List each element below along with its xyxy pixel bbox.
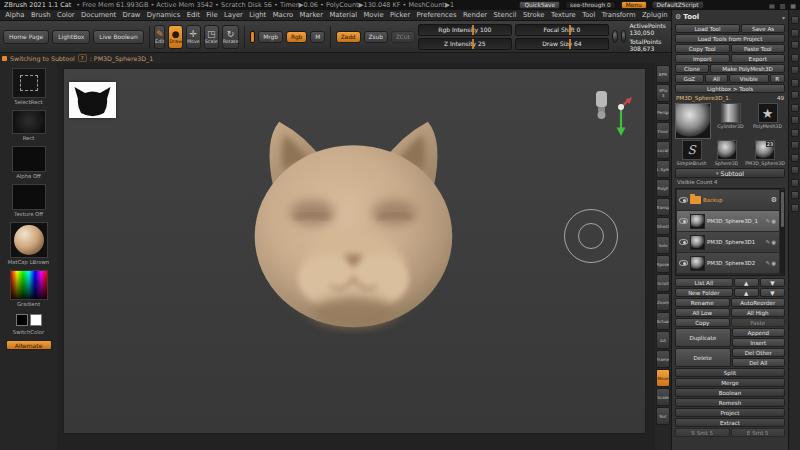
menu-button[interactable]: Menu bbox=[621, 1, 647, 9]
right-shelf-button[interactable]: Local bbox=[656, 141, 670, 159]
right-shelf-button[interactable]: Persp bbox=[656, 103, 670, 121]
goz-visible-button[interactable]: Visible bbox=[729, 74, 768, 83]
switch-color-button[interactable] bbox=[10, 312, 48, 328]
visibility-eye-icon[interactable] bbox=[679, 260, 688, 266]
dock-palette-icon[interactable] bbox=[791, 204, 799, 212]
current-alpha-thumbnail[interactable] bbox=[12, 146, 46, 172]
all-low-button[interactable]: All Low bbox=[675, 308, 730, 317]
current-tool-thumbnail[interactable] bbox=[675, 103, 711, 139]
rgb-button[interactable]: Rgb bbox=[286, 31, 307, 43]
clone-button[interactable]: Clone bbox=[675, 64, 709, 73]
main-color-swatch[interactable] bbox=[16, 314, 28, 326]
right-shelf-button[interactable]: Ghost bbox=[656, 217, 670, 235]
rgb-intensity-slider[interactable]: Rgb Intensity 100 bbox=[418, 24, 512, 36]
camera-gizmo[interactable] bbox=[591, 89, 633, 139]
import-button[interactable]: Import bbox=[675, 54, 730, 63]
lightbox-button[interactable]: LightBox bbox=[52, 30, 90, 44]
sphere3d-tool-thumbnail[interactable] bbox=[717, 140, 737, 160]
visibility-eye-icon[interactable] bbox=[679, 239, 688, 245]
polymesh3d-tool-thumbnail[interactable]: ★ bbox=[758, 103, 778, 123]
alternate-button[interactable]: Alternate bbox=[6, 340, 52, 350]
dock-palette-icon[interactable] bbox=[791, 66, 799, 74]
project-section[interactable]: Project bbox=[675, 408, 785, 417]
tool-palette-header[interactable]: ⚙ Tool ▾ bbox=[675, 12, 785, 22]
current-texture-thumbnail[interactable] bbox=[12, 184, 46, 210]
goz-r-button[interactable]: R bbox=[770, 74, 785, 83]
dock-palette-icon[interactable] bbox=[791, 129, 799, 137]
right-shelf-button[interactable]: L.Sym bbox=[656, 160, 670, 178]
tray-handle[interactable] bbox=[2, 56, 7, 61]
right-shelf-button[interactable]: PolyF bbox=[656, 179, 670, 197]
palette-collapse-icon[interactable]: ▾ bbox=[782, 14, 785, 21]
delete-button[interactable]: Delete bbox=[675, 348, 731, 367]
remesh-section[interactable]: Remesh bbox=[675, 398, 785, 407]
right-shelf-button[interactable]: Frame bbox=[656, 350, 670, 368]
menu-item[interactable]: Transform bbox=[599, 10, 639, 20]
secondary-color-swatch[interactable] bbox=[30, 314, 42, 326]
canvas-area[interactable] bbox=[57, 63, 655, 450]
subtool-paint-icons[interactable]: ✎◉ bbox=[766, 239, 777, 245]
color-picker[interactable] bbox=[10, 270, 48, 300]
menu-item[interactable]: Preferences bbox=[413, 10, 459, 20]
visibility-eye-icon[interactable] bbox=[679, 197, 688, 203]
export-button[interactable]: Export bbox=[731, 54, 786, 63]
menu-item[interactable]: Marker bbox=[296, 10, 326, 20]
paste-subtool-button[interactable]: Paste bbox=[731, 318, 786, 327]
menu-item[interactable]: Document bbox=[78, 10, 120, 20]
copy-subtool-button[interactable]: Copy bbox=[675, 318, 730, 327]
paste-tool-button[interactable]: Paste Tool bbox=[731, 44, 786, 53]
load-tool-button[interactable]: Load Tool bbox=[675, 24, 740, 33]
lightbox-tools-button[interactable]: Lightbox > Tools bbox=[675, 84, 785, 93]
boolean-section[interactable]: Boolean bbox=[675, 388, 785, 397]
home-page-button[interactable]: Home Page bbox=[3, 30, 49, 44]
extract-section[interactable]: Extract bbox=[675, 418, 785, 427]
right-shelf-button[interactable]: Zoom bbox=[656, 293, 670, 311]
live-boolean-button[interactable]: Live Boolean bbox=[93, 30, 143, 44]
draw-mode-button[interactable]: ● Draw bbox=[168, 25, 183, 49]
e-smt-slider[interactable]: E Smt 5 bbox=[731, 428, 786, 437]
focal-shift-knob[interactable] bbox=[612, 30, 618, 43]
dock-palette-icon[interactable] bbox=[791, 91, 799, 99]
move-mode-button[interactable]: ✛ Move bbox=[186, 25, 201, 49]
right-shelf-button[interactable]: Xpose bbox=[656, 255, 670, 273]
subtool-section-header[interactable]: ▾ Subtool bbox=[675, 168, 785, 178]
interface-layout-icon[interactable]: ▤ bbox=[769, 2, 775, 9]
dock-palette-icon[interactable] bbox=[791, 104, 799, 112]
zcut-button[interactable]: ZCut bbox=[391, 31, 415, 43]
zadd-button[interactable]: Zadd bbox=[336, 31, 361, 43]
menu-item[interactable]: Draw bbox=[119, 10, 143, 20]
goz-button[interactable]: GoZ bbox=[675, 74, 704, 83]
menu-item[interactable]: Macro bbox=[269, 10, 296, 20]
merge-section[interactable]: Merge bbox=[675, 378, 785, 387]
right-shelf-button[interactable]: Solo bbox=[656, 236, 670, 254]
default-zscript-button[interactable]: DefaultZScript bbox=[652, 1, 704, 9]
menu-item[interactable]: Edit bbox=[183, 10, 203, 20]
cylinder3d-tool-thumbnail[interactable] bbox=[721, 103, 741, 123]
dock-palette-icon[interactable] bbox=[791, 29, 799, 37]
menu-item[interactable]: Light bbox=[246, 10, 269, 20]
load-tools-from-project-button[interactable]: Load Tools from Project bbox=[675, 34, 785, 43]
menu-item[interactable]: Render bbox=[460, 10, 491, 20]
folder-gear-icon[interactable]: ⚙ bbox=[771, 196, 777, 204]
del-all-button[interactable]: Del All bbox=[732, 358, 786, 367]
draw-size-slider[interactable]: Draw Size 64 bbox=[515, 38, 609, 50]
s-smt-slider[interactable]: S Smt 5 bbox=[675, 428, 730, 437]
menu-item[interactable]: Texture bbox=[548, 10, 579, 20]
current-brush-thumbnail[interactable] bbox=[12, 68, 46, 98]
autoreorder-button[interactable]: AutoReorder bbox=[731, 298, 786, 307]
menu-item[interactable]: Tool bbox=[579, 10, 599, 20]
right-shelf-button[interactable]: SPix 3 bbox=[656, 84, 670, 102]
new-folder-button[interactable]: New Folder bbox=[675, 288, 733, 297]
right-shelf-button[interactable]: AA bbox=[656, 331, 670, 349]
menu-item[interactable]: Alpha bbox=[2, 10, 28, 20]
edit-mode-button[interactable]: ✎ Edit bbox=[154, 25, 165, 49]
z-intensity-slider[interactable]: Z Intensity 25 bbox=[418, 38, 512, 50]
menu-item[interactable]: Material bbox=[326, 10, 360, 20]
right-shelf-button[interactable]: Transp bbox=[656, 198, 670, 216]
right-shelf-button[interactable]: BPR bbox=[656, 65, 670, 83]
menu-item[interactable]: Zplugin bbox=[639, 10, 671, 20]
goz-all-button[interactable]: All bbox=[705, 74, 728, 83]
right-shelf-button[interactable]: Move bbox=[656, 369, 670, 387]
document-viewport[interactable] bbox=[63, 68, 646, 434]
dock-palette-icon[interactable] bbox=[791, 154, 799, 162]
